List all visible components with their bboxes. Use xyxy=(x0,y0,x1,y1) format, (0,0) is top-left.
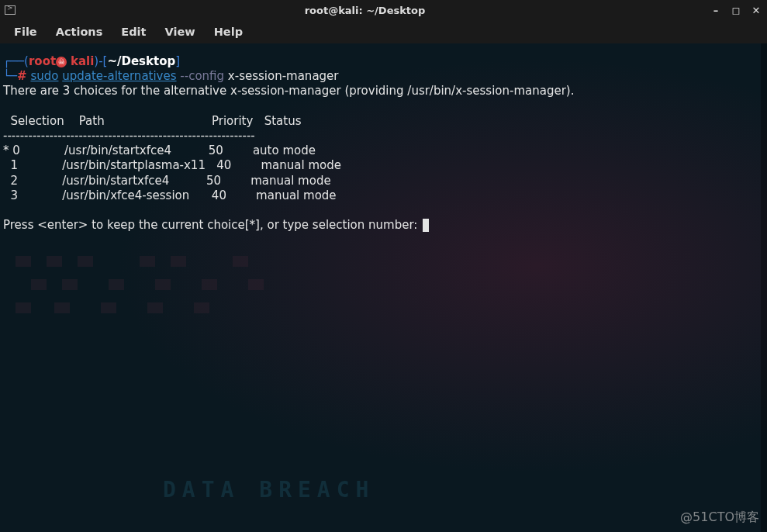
scrollbar-track[interactable] xyxy=(761,43,767,532)
table-row: 2 /usr/bin/startxfce4 50 manual mode xyxy=(3,174,764,188)
table-row: 3 /usr/bin/xfce4-session 40 manual mode xyxy=(3,188,764,203)
minimize-button[interactable]: – xyxy=(710,4,722,16)
close-button[interactable]: ✕ xyxy=(750,4,762,16)
table-row: 1 /usr/bin/startplasma-x11 40 manual mod… xyxy=(3,158,764,173)
prompt-line-1: ┌──(root☠ kali)-[~/Desktop] xyxy=(3,54,764,69)
output-intro: There are 3 choices for the alternative … xyxy=(3,84,764,98)
prompt-line-2: └─# sudo update-alternatives --config x-… xyxy=(3,69,764,84)
blank-line xyxy=(3,203,764,218)
menu-view[interactable]: View xyxy=(157,22,203,41)
menu-help[interactable]: Help xyxy=(206,22,250,41)
menu-edit[interactable]: Edit xyxy=(113,22,154,41)
table-row: * 0 /usr/bin/startxfce4 50 auto mode xyxy=(3,143,764,158)
menubar: File Actions Edit View Help xyxy=(0,20,767,43)
terminal-area[interactable]: ┌──(root☠ kali)-[~/Desktop] └─# sudo upd… xyxy=(0,43,767,236)
window-titlebar: root@kali: ~/Desktop – ◻ ✕ xyxy=(0,0,767,20)
terminal-icon xyxy=(5,5,16,15)
cursor xyxy=(423,219,429,232)
watermark: @51CTO博客 xyxy=(680,510,759,526)
background-pixels xyxy=(0,248,767,341)
blank-line xyxy=(3,99,764,114)
window-controls: – ◻ ✕ xyxy=(710,4,762,16)
maximize-button[interactable]: ◻ xyxy=(730,4,742,16)
menu-actions[interactable]: Actions xyxy=(48,22,111,41)
skull-icon: ☠ xyxy=(56,57,67,67)
input-prompt: Press <enter> to keep the current choice… xyxy=(3,218,764,233)
table-separator: ----------------------------------------… xyxy=(3,129,764,143)
background-text: DATA BREACH xyxy=(163,477,375,503)
table-header: Selection Path Priority Status xyxy=(3,114,764,129)
window-title: root@kali: ~/Desktop xyxy=(20,5,710,16)
menu-file[interactable]: File xyxy=(6,22,45,41)
